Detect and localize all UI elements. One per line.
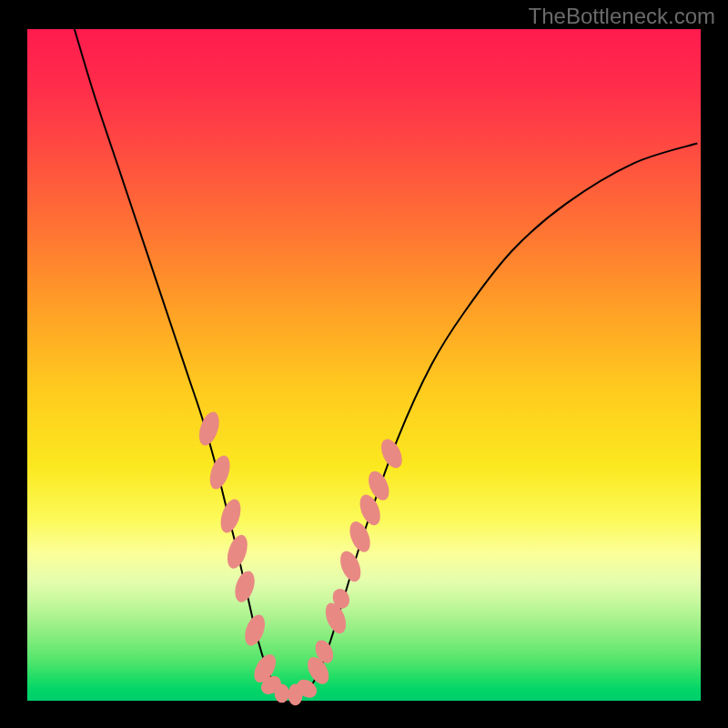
chart-frame: TheBottleneck.com xyxy=(0,0,728,728)
curve-marker xyxy=(275,684,289,703)
bottleneck-chart xyxy=(0,0,728,728)
watermark-text: TheBottleneck.com xyxy=(529,4,715,29)
plot-background xyxy=(27,29,701,701)
